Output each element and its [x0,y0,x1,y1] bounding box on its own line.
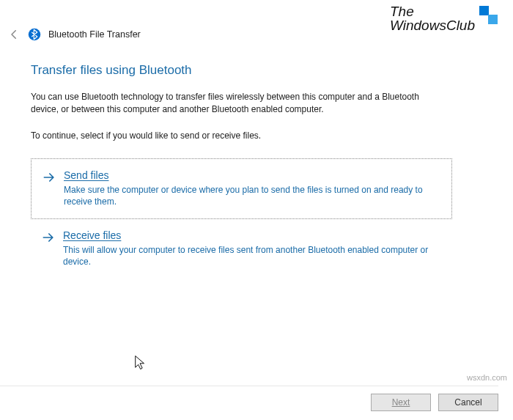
watermark-line2: WindowsClub [390,18,475,32]
watermark-squares-icon [479,6,498,25]
cursor-icon [134,355,146,371]
arrow-right-icon [42,170,56,185]
watermark-line1: The [390,4,475,18]
option-send-files[interactable]: Send files Make sure the computer or dev… [31,158,452,218]
wizard-footer: Next Cancel [0,386,498,411]
site-watermark: The WindowsClub [390,4,498,32]
options-container: Send files Make sure the computer or dev… [31,158,452,278]
page-instruction: To continue, select if you would like to… [31,130,441,142]
back-arrow-icon[interactable] [7,28,21,41]
page-heading: Transfer files using Bluetooth [31,63,469,78]
option-send-desc: Make sure the computer or device where y… [64,184,441,207]
window-title: Bluetooth File Transfer [48,29,141,40]
arrow-right-icon [41,230,56,245]
next-button: Next [371,394,431,411]
option-receive-desc: This will allow your computer to receive… [63,244,442,268]
bluetooth-icon [28,28,41,41]
option-send-title: Send files [64,169,441,181]
wizard-body: Transfer files using Bluetooth You can u… [31,63,469,278]
page-description: You can use Bluetooth technology to tran… [31,91,441,117]
source-attribution: wsxdn.com [467,373,507,382]
wizard-header: Bluetooth File Transfer [7,28,141,41]
option-receive-title: Receive files [63,229,442,241]
cancel-button[interactable]: Cancel [438,394,498,411]
option-receive-files[interactable]: Receive files This will allow your compu… [31,219,452,278]
